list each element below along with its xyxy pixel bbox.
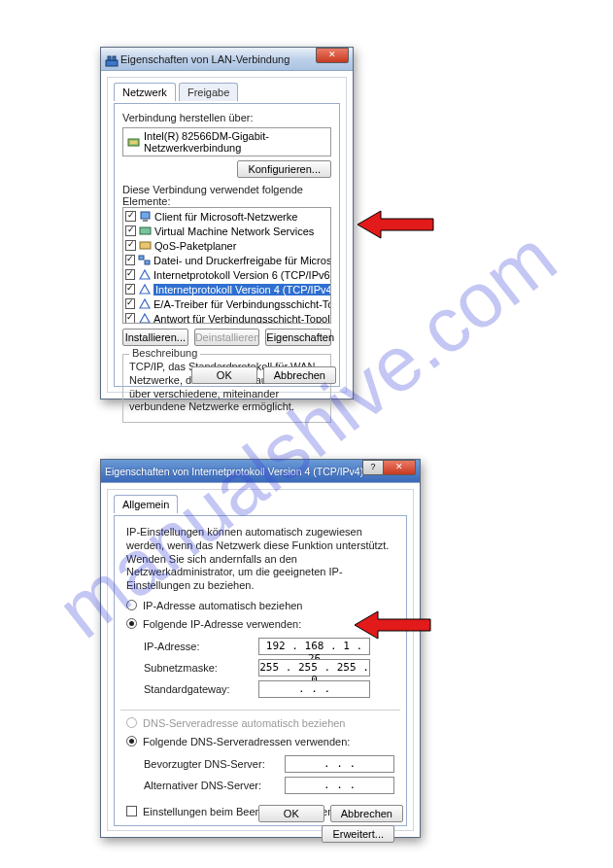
tab-general[interactable]: Allgemein xyxy=(114,495,178,513)
checkbox-icon[interactable] xyxy=(125,298,135,309)
callout-arrow-2 xyxy=(355,608,432,642)
titlebar: Eigenschaften von Internetprotokoll Vers… xyxy=(101,460,420,483)
adapter-box: Intel(R) 82566DM-Gigabit-Netzwerkverbind… xyxy=(122,127,331,156)
checkbox-icon[interactable] xyxy=(125,226,136,236)
svg-rect-4 xyxy=(130,141,137,144)
tab-network[interactable]: Netzwerk xyxy=(114,83,176,101)
client-icon xyxy=(139,210,152,223)
radio-icon[interactable] xyxy=(126,736,137,746)
protocol-icon xyxy=(138,283,151,295)
help-button[interactable]: ? xyxy=(362,460,384,475)
list-item[interactable]: Internetprotokoll Version 6 (TCP/IPv6) xyxy=(125,267,328,282)
preferred-dns-input[interactable]: . . . xyxy=(285,755,394,773)
list-item[interactable]: Datei- und Druckerfreigabe für Microsoft… xyxy=(125,253,328,267)
svg-rect-10 xyxy=(145,260,150,264)
protocol-list[interactable]: Client für Microsoft-Netzwerke Virtual M… xyxy=(122,207,331,324)
connect-using-label: Verbindung herstellen über: xyxy=(122,112,331,123)
svg-rect-1 xyxy=(108,56,111,60)
ip-address-label: IP-Adresse: xyxy=(144,641,251,652)
list-item-label: Internetprotokoll Version 6 (TCP/IPv6) xyxy=(153,269,331,281)
list-item-label: E/A-Treiber für Verbindungsschicht-Topol… xyxy=(153,298,331,310)
radio-icon[interactable] xyxy=(126,618,137,629)
svg-rect-7 xyxy=(140,227,151,234)
properties-button[interactable]: Eigenschaften xyxy=(265,329,331,346)
close-button[interactable]: ✕ xyxy=(316,48,349,63)
list-item-label: Virtual Machine Network Services xyxy=(154,226,314,237)
radio-icon xyxy=(126,717,137,728)
close-button[interactable]: ✕ xyxy=(383,460,416,475)
tab-sharing[interactable]: Freigabe xyxy=(179,83,238,101)
gateway-input[interactable]: . . . xyxy=(258,680,370,698)
checkbox-icon[interactable] xyxy=(125,211,136,222)
dialog-title: Eigenschaften von LAN-Verbindung xyxy=(120,53,289,65)
titlebar: Eigenschaften von LAN-Verbindung ✕ xyxy=(101,48,353,71)
dialog-title: Eigenschaften von Internetprotokoll Vers… xyxy=(105,466,363,477)
list-item-label: Internetprotokoll Version 4 (TCP/IPv4) xyxy=(153,284,331,295)
uninstall-button: Deinstallieren xyxy=(194,329,260,346)
radio-label: Folgende IP-Adresse verwenden: xyxy=(143,618,301,630)
instruction-text: IP-Einstellungen können automatisch zuge… xyxy=(126,526,394,593)
cancel-button[interactable]: Abbrechen xyxy=(263,366,336,384)
list-item-selected[interactable]: Internetprotokoll Version 4 (TCP/IPv4) xyxy=(125,282,328,296)
radio-label: IP-Adresse automatisch beziehen xyxy=(143,600,302,611)
configure-button[interactable]: Konfigurieren... xyxy=(237,160,331,178)
radio-auto-dns: DNS-Serveradresse automatisch beziehen xyxy=(126,717,394,729)
svg-rect-9 xyxy=(139,256,144,260)
ok-button[interactable]: OK xyxy=(258,805,324,822)
preferred-dns-label: Bevorzugter DNS-Server: xyxy=(144,758,277,770)
svg-marker-12 xyxy=(355,611,430,639)
lan-properties-dialog: Eigenschaften von LAN-Verbindung ✕ Netzw… xyxy=(100,47,354,399)
alternate-dns-input[interactable]: . . . xyxy=(285,777,394,794)
checkbox-icon[interactable] xyxy=(125,284,135,295)
svg-rect-2 xyxy=(113,56,116,60)
description-title: Beschreibung xyxy=(129,347,200,359)
app-icon xyxy=(105,54,119,68)
svg-rect-0 xyxy=(106,60,118,66)
list-item[interactable]: E/A-Treiber für Verbindungsschicht-Topol… xyxy=(125,296,328,311)
radio-manual-dns[interactable]: Folgende DNS-Serveradressen verwenden: xyxy=(126,736,394,747)
protocol-icon xyxy=(138,312,151,324)
ipv4-properties-dialog: Eigenschaften von Internetprotokoll Vers… xyxy=(100,459,421,838)
radio-label: DNS-Serveradresse automatisch beziehen xyxy=(143,717,346,729)
svg-marker-11 xyxy=(358,211,433,238)
adapter-name: Intel(R) 82566DM-Gigabit-Netzwerkverbind… xyxy=(144,130,326,154)
protocol-icon xyxy=(138,297,151,310)
gateway-label: Standardgateway: xyxy=(144,683,251,695)
svg-rect-5 xyxy=(141,212,150,219)
items-label: Diese Verbindung verwendet folgende Elem… xyxy=(122,184,331,207)
advanced-button[interactable]: Erweitert... xyxy=(322,825,394,843)
list-item-label: Datei- und Druckerfreigabe für Microsoft… xyxy=(153,255,331,266)
checkbox-icon[interactable] xyxy=(125,269,135,280)
qos-icon xyxy=(139,239,152,252)
radio-icon[interactable] xyxy=(126,600,137,610)
checkbox-icon[interactable] xyxy=(125,255,135,265)
checkbox-icon[interactable] xyxy=(125,240,136,251)
subnet-mask-input[interactable]: 255 . 255 . 255 . 0 xyxy=(258,659,370,677)
svg-rect-6 xyxy=(143,220,148,222)
radio-label: Folgende DNS-Serveradressen verwenden: xyxy=(143,736,350,747)
list-item[interactable]: Client für Microsoft-Netzwerke xyxy=(125,209,328,224)
subnet-mask-label: Subnetzmaske: xyxy=(144,662,251,674)
list-item[interactable]: QoS-Paketplaner xyxy=(125,238,328,253)
service-icon xyxy=(139,225,152,237)
nic-icon xyxy=(127,136,140,149)
list-item-label: Antwort für Verbindungsschicht-Topologie… xyxy=(153,313,331,325)
install-button[interactable]: Installieren... xyxy=(122,329,188,346)
list-item-label: Client für Microsoft-Netzwerke xyxy=(154,211,297,223)
protocol-icon xyxy=(138,268,151,281)
ip-address-input[interactable]: 192 . 168 . 1 . 26 xyxy=(258,638,370,655)
alternate-dns-label: Alternativer DNS-Server: xyxy=(144,780,277,791)
list-item[interactable]: Virtual Machine Network Services xyxy=(125,224,328,238)
cancel-button[interactable]: Abbrechen xyxy=(330,805,403,822)
list-item[interactable]: Antwort für Verbindungsschicht-Topologie… xyxy=(125,311,328,324)
checkbox-icon[interactable] xyxy=(126,806,137,816)
share-icon xyxy=(138,254,151,266)
checkbox-icon[interactable] xyxy=(125,313,135,324)
svg-rect-8 xyxy=(140,242,151,249)
callout-arrow-1 xyxy=(358,207,435,242)
ok-button[interactable]: OK xyxy=(191,366,257,384)
list-item-label: QoS-Paketplaner xyxy=(154,240,236,252)
